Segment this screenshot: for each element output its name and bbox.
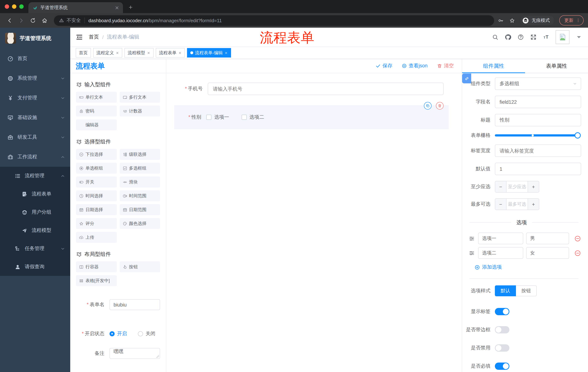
help-icon[interactable] — [517, 34, 524, 40]
fullscreen-icon[interactable] — [530, 34, 537, 40]
search-icon[interactable] — [492, 34, 498, 40]
sidebar-item-请假查询[interactable]: 请假查询 — [0, 258, 70, 276]
new-tab-button[interactable] — [126, 2, 135, 12]
minimize-window-button[interactable] — [12, 4, 16, 9]
tag-首页[interactable]: 首页 — [76, 48, 91, 57]
close-tag-icon[interactable] — [178, 51, 182, 54]
collapse-sidebar-icon[interactable] — [76, 33, 83, 41]
label-width-input[interactable] — [495, 145, 581, 157]
stepper-plus-button[interactable]: + — [528, 181, 539, 192]
stepper-value[interactable]: 最多可选 — [506, 199, 528, 210]
drag-handle-icon[interactable] — [469, 250, 475, 256]
save-button[interactable]: 保存 — [376, 63, 392, 69]
key-icon[interactable] — [498, 17, 504, 23]
palette-chip-多选框组[interactable]: 多选框组 — [119, 163, 160, 174]
option-value-input[interactable] — [526, 233, 569, 244]
delete-field-button[interactable] — [436, 102, 443, 110]
breadcrumb-home[interactable]: 首页 — [89, 34, 99, 40]
palette-chip-评分[interactable]: 评分 — [76, 218, 117, 229]
drag-handle-icon[interactable] — [469, 235, 475, 242]
stepper-value[interactable]: 至少应选 — [506, 181, 528, 192]
palette-chip-多行文本[interactable]: 多行文本 — [119, 92, 160, 103]
avatar-caret-icon[interactable] — [576, 34, 582, 40]
tag-流程表单-编辑[interactable]: 流程表单-编辑 — [187, 48, 231, 57]
remove-option-icon[interactable] — [574, 235, 581, 242]
palette-chip-日期范围[interactable]: 日期范围 — [119, 204, 160, 215]
browser-tab[interactable]: 芋道管理系统 — [28, 2, 123, 13]
close-tag-icon[interactable] — [224, 51, 228, 54]
phone-field-row[interactable]: *手机号 — [176, 83, 454, 95]
home-button[interactable] — [39, 15, 50, 25]
add-option-button[interactable]: 添加选项 — [474, 264, 581, 270]
form-grid-slider[interactable] — [495, 134, 578, 137]
tab-form-props[interactable]: 表单属性 — [525, 59, 588, 73]
tab-component-props[interactable]: 组件属性 — [462, 59, 525, 73]
update-chip[interactable]: 更新 — [559, 15, 584, 25]
toggle-是否禁用[interactable] — [495, 344, 509, 352]
back-button[interactable] — [4, 15, 15, 25]
toggle-显示标签[interactable] — [495, 308, 509, 315]
palette-chip-日期选择[interactable]: 日期选择 — [76, 204, 117, 215]
checkbox-icon[interactable] — [242, 115, 247, 120]
tag-流程模型[interactable]: 流程模型 — [125, 48, 154, 57]
palette-chip-滑块[interactable]: 滑块 — [119, 177, 160, 187]
radio-on-icon[interactable] — [110, 331, 115, 336]
avatar[interactable] — [556, 30, 569, 44]
view-json-button[interactable]: 查看json — [402, 63, 428, 69]
sidebar-item-研发工具[interactable]: 研发工具 — [0, 128, 70, 147]
toggle-是否带边框[interactable] — [495, 326, 509, 333]
forward-button[interactable] — [16, 15, 26, 25]
copy-field-button[interactable] — [424, 102, 431, 110]
status-off-radio[interactable]: 关闭 — [138, 330, 155, 337]
close-tag-icon[interactable] — [147, 51, 150, 54]
tag-流程定义[interactable]: 流程定义 — [93, 48, 122, 57]
option-value-input[interactable] — [526, 247, 569, 259]
sidebar-item-流程模型[interactable]: 流程模型 — [0, 221, 70, 240]
sidebar-item-用户分组[interactable]: 用户分组 — [0, 203, 70, 221]
palette-chip-颜色选择[interactable]: 颜色选择 — [119, 218, 160, 229]
form-name-input[interactable] — [110, 299, 160, 310]
phone-input[interactable] — [208, 83, 443, 95]
sidebar-item-流程管理[interactable]: 流程管理 — [0, 167, 70, 185]
palette-chip-密码[interactable]: 密码 — [76, 106, 117, 117]
title-input[interactable] — [495, 114, 581, 126]
link-handle-button[interactable] — [462, 74, 471, 83]
sidebar-item-任务管理[interactable]: 任务管理 — [0, 240, 70, 258]
palette-chip-时间范围[interactable]: 时间范围 — [119, 190, 160, 201]
remove-option-icon[interactable] — [574, 250, 581, 256]
option-label-input[interactable] — [478, 247, 523, 259]
stepper-plus-button[interactable]: + — [528, 199, 539, 210]
bookmark-star-icon[interactable] — [509, 17, 515, 23]
gender-option-1[interactable]: 选项一 — [206, 114, 229, 120]
palette-chip-单选框组[interactable]: 单选框组 — [76, 163, 117, 174]
reload-button[interactable] — [28, 15, 38, 25]
sidebar-item-支付管理[interactable]: 支付管理 — [0, 88, 70, 108]
zoom-window-button[interactable] — [19, 4, 24, 9]
sidebar-item-流程表单[interactable]: 流程表单 — [0, 185, 70, 203]
palette-chip-级联选择[interactable]: 级联选择 — [119, 149, 160, 160]
font-size-icon[interactable]: TT — [543, 34, 549, 40]
checkbox-icon[interactable] — [206, 115, 211, 120]
palette-chip-上传[interactable]: 上传 — [76, 232, 117, 243]
radio-off-icon[interactable] — [138, 331, 143, 336]
palette-chip-编辑器[interactable]: 编辑器 — [76, 119, 117, 130]
palette-chip-时间选择[interactable]: 时间选择 — [76, 190, 117, 201]
palette-chip-开关[interactable]: 开关 — [76, 177, 117, 187]
window-controls[interactable] — [0, 0, 28, 13]
default-value-input[interactable] — [495, 163, 581, 175]
slider-handle[interactable] — [575, 132, 581, 138]
palette-chip-按钮[interactable]: 按钮 — [119, 261, 160, 272]
palette-chip-单行文本[interactable]: 单行文本 — [76, 92, 117, 103]
clear-button[interactable]: 清空 — [437, 63, 454, 69]
close-tab-icon[interactable] — [115, 5, 119, 10]
browser-menu-icon[interactable] — [576, 18, 581, 23]
selected-field-block[interactable]: *性别 选项一 选项二 — [174, 105, 449, 129]
close-window-button[interactable] — [5, 4, 9, 9]
stepper-minus-button[interactable]: − — [495, 199, 506, 210]
sidebar-item-工作流程[interactable]: 工作流程 — [0, 147, 70, 167]
sidebar-logo[interactable]: 芋道管理系统 — [0, 28, 70, 49]
sidebar-item-首页[interactable]: 首页 — [0, 49, 70, 68]
style-default-button[interactable]: 默认 — [495, 285, 516, 296]
palette-chip-计数器[interactable]: 123计数器 — [119, 106, 160, 117]
sidebar-item-基础设施[interactable]: 基础设施 — [0, 108, 70, 128]
